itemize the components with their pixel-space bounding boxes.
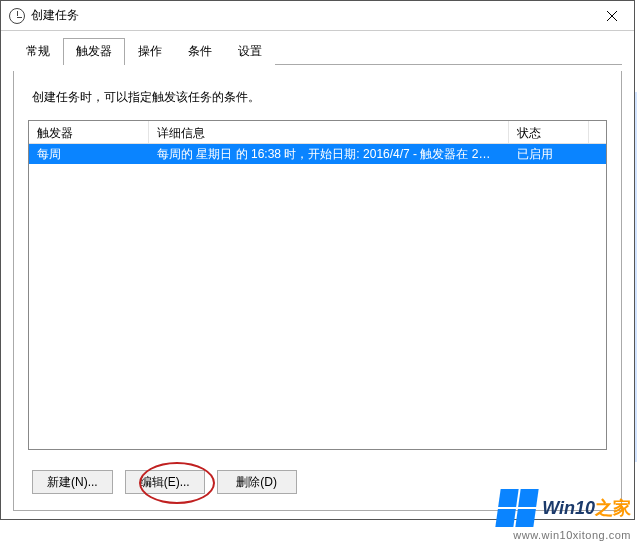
clock-icon — [9, 8, 25, 24]
tab-strip: 常规 触发器 操作 条件 设置 — [13, 37, 622, 65]
cell-trigger: 每周 — [29, 144, 149, 165]
watermark-url: www.win10xitong.com — [498, 529, 631, 541]
col-header-detail[interactable]: 详细信息 — [149, 121, 509, 143]
tab-conditions[interactable]: 条件 — [175, 38, 225, 65]
cell-status: 已启用 — [509, 144, 589, 165]
col-header-trigger[interactable]: 触发器 — [29, 121, 149, 143]
button-row: 新建(N)... 编辑(E)... 删除(D) — [32, 470, 297, 494]
close-button[interactable] — [589, 1, 634, 31]
listview-header: 触发器 详细信息 状态 — [29, 121, 606, 144]
dialog-body: 常规 触发器 操作 条件 设置 创建任务时，可以指定触发该任务的条件。 触发器 … — [1, 31, 634, 523]
cell-detail: 每周的 星期日 的 16:38 时，开始日期: 2016/4/7 - 触发器在 … — [149, 144, 509, 165]
tab-settings[interactable]: 设置 — [225, 38, 275, 65]
delete-button[interactable]: 删除(D) — [217, 470, 297, 494]
tab-triggers[interactable]: 触发器 — [63, 38, 125, 65]
edit-button[interactable]: 编辑(E)... — [125, 470, 205, 494]
col-header-status[interactable]: 状态 — [509, 121, 589, 143]
close-icon — [607, 11, 617, 21]
window-title: 创建任务 — [31, 7, 589, 24]
titlebar: 创建任务 — [1, 1, 634, 31]
dialog-window: 创建任务 常规 触发器 操作 条件 设置 创建任务时，可以指定触发该任务的条件。… — [0, 0, 635, 520]
tab-content-triggers: 创建任务时，可以指定触发该任务的条件。 触发器 详细信息 状态 每周 每周的 星… — [13, 71, 622, 511]
tab-actions[interactable]: 操作 — [125, 38, 175, 65]
trigger-listview[interactable]: 触发器 详细信息 状态 每周 每周的 星期日 的 16:38 时，开始日期: 2… — [28, 120, 607, 450]
table-row[interactable]: 每周 每周的 星期日 的 16:38 时，开始日期: 2016/4/7 - 触发… — [29, 144, 606, 164]
instruction-text: 创建任务时，可以指定触发该任务的条件。 — [32, 89, 607, 106]
tab-general[interactable]: 常规 — [13, 38, 63, 65]
new-button[interactable]: 新建(N)... — [32, 470, 113, 494]
